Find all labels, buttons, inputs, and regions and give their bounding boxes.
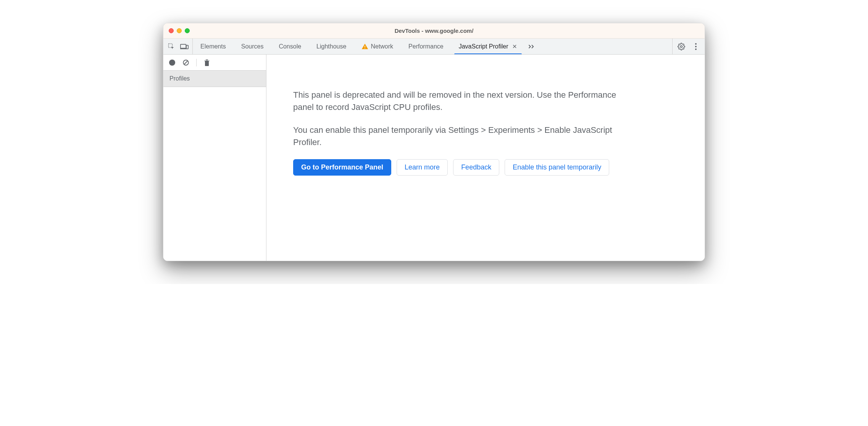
tab-network[interactable]: Network xyxy=(354,39,401,54)
tab-label: Performance xyxy=(408,43,444,50)
divider xyxy=(196,59,197,66)
deprecation-message-2: You can enable this panel temporarily vi… xyxy=(293,124,637,148)
svg-rect-1 xyxy=(181,44,186,48)
close-tab-icon[interactable]: ✕ xyxy=(512,43,517,50)
sidebar-item-label: Profiles xyxy=(169,75,190,82)
tab-label: Elements xyxy=(200,43,226,50)
feedback-button[interactable]: Feedback xyxy=(453,159,499,176)
svg-point-9 xyxy=(695,48,697,50)
more-options-icon[interactable] xyxy=(692,42,700,51)
window-title: DevTools - www.google.com/ xyxy=(163,27,705,34)
tab-label: JavaScript Profiler xyxy=(459,43,508,50)
go-to-performance-button[interactable]: Go to Performance Panel xyxy=(293,159,391,176)
svg-line-11 xyxy=(184,61,188,64)
toolbar-left-group xyxy=(163,39,193,54)
main-toolbar: Elements Sources Console Lighthouse Netw… xyxy=(163,39,705,55)
tab-console[interactable]: Console xyxy=(271,39,309,54)
svg-rect-5 xyxy=(365,48,366,48)
sidebar-item-profiles[interactable]: Profiles xyxy=(163,71,266,87)
learn-more-button[interactable]: Learn more xyxy=(397,159,448,176)
svg-rect-3 xyxy=(186,45,188,48)
svg-point-7 xyxy=(695,43,697,45)
settings-icon[interactable] xyxy=(677,42,686,51)
enable-temporarily-button[interactable]: Enable this panel temporarily xyxy=(505,159,609,176)
svg-rect-4 xyxy=(365,45,366,47)
main-panel: This panel is deprecated and will be rem… xyxy=(266,55,705,261)
more-tabs-icon[interactable] xyxy=(525,39,539,54)
traffic-lights xyxy=(169,28,190,33)
minimize-window-button[interactable] xyxy=(177,28,182,33)
tab-label: Network xyxy=(371,43,393,50)
svg-point-6 xyxy=(681,45,682,47)
tab-strip: Elements Sources Console Lighthouse Netw… xyxy=(193,39,672,54)
clear-icon[interactable] xyxy=(182,58,190,67)
tab-label: Lighthouse xyxy=(316,43,346,50)
titlebar: DevTools - www.google.com/ xyxy=(163,23,705,39)
tab-javascript-profiler[interactable]: JavaScript Profiler ✕ xyxy=(451,39,525,54)
inspect-element-icon[interactable] xyxy=(167,42,176,51)
tab-elements[interactable]: Elements xyxy=(193,39,234,54)
devtools-window: DevTools - www.google.com/ Elements xyxy=(163,23,705,261)
tab-sources[interactable]: Sources xyxy=(234,39,271,54)
device-toolbar-icon[interactable] xyxy=(180,42,189,51)
tab-performance[interactable]: Performance xyxy=(401,39,451,54)
sidebar: Profiles xyxy=(163,55,266,261)
close-window-button[interactable] xyxy=(169,28,174,33)
record-icon[interactable] xyxy=(168,58,176,67)
deprecation-message-1: This panel is deprecated and will be rem… xyxy=(293,89,637,113)
content-area: Profiles This panel is deprecated and wi… xyxy=(163,55,705,261)
tab-label: Console xyxy=(279,43,301,50)
toolbar-right-group xyxy=(672,39,705,54)
tab-label: Sources xyxy=(241,43,264,50)
sidebar-toolbar xyxy=(163,55,266,71)
svg-point-8 xyxy=(695,46,697,47)
maximize-window-button[interactable] xyxy=(185,28,190,33)
button-row: Go to Performance Panel Learn more Feedb… xyxy=(293,159,678,176)
warning-icon xyxy=(361,43,368,50)
delete-icon[interactable] xyxy=(203,58,211,67)
tab-lighthouse[interactable]: Lighthouse xyxy=(309,39,354,54)
